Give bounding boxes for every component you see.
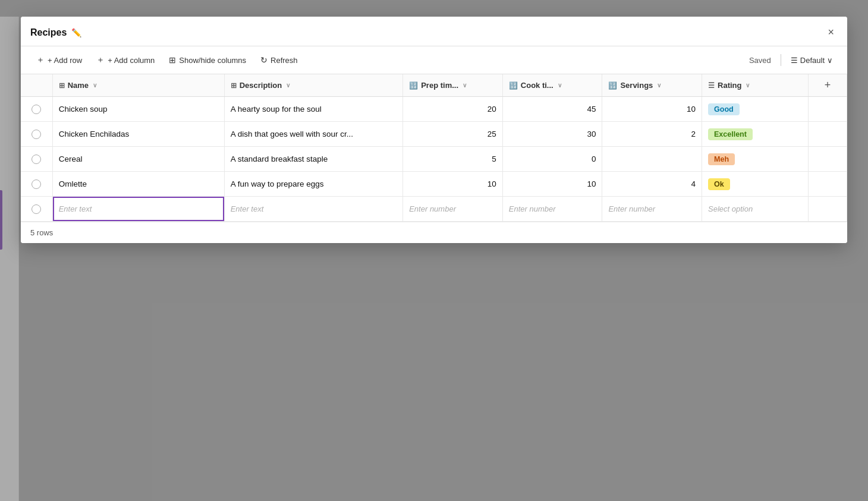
description-column-header[interactable]: ⊞ Description ∨ — [224, 74, 403, 97]
row-extra-cell — [809, 147, 847, 172]
new-row-servings-placeholder: Enter number — [608, 204, 655, 213]
servings-column-header[interactable]: 🔢 Servings ∨ — [602, 74, 702, 97]
name-col-icon: ⊞ — [59, 81, 65, 90]
rating-column-header[interactable]: ☰ Rating ∨ — [702, 74, 809, 97]
new-row-desc-cell[interactable]: Enter text — [224, 197, 403, 222]
add-row-button[interactable]: ＋ + Add row — [30, 51, 88, 69]
new-row-servings-cell[interactable]: Enter number — [602, 197, 702, 222]
row-desc-cell[interactable]: A fun way to prepare eggs — [224, 172, 403, 197]
row-servings-cell[interactable] — [602, 147, 702, 172]
add-row-icon: ＋ — [36, 55, 45, 65]
row-name-cell[interactable]: Chicken soup — [52, 97, 224, 122]
row-prep-cell[interactable]: 10 — [403, 172, 503, 197]
row-prep-cell[interactable]: 5 — [403, 147, 503, 172]
row-desc-cell[interactable]: A hearty soup for the soul — [224, 97, 403, 122]
new-row-desc-placeholder: Enter text — [231, 204, 264, 213]
new-row-checkbox-cell[interactable] — [21, 197, 52, 222]
show-hide-button[interactable]: ⊞ Show/hide columns — [163, 52, 252, 68]
new-row-extra-cell — [809, 197, 847, 222]
table-row: Omlette A fun way to prepare eggs 10 10 … — [21, 172, 847, 197]
name-column-header[interactable]: ⊞ Name ∨ — [52, 74, 224, 97]
rating-badge: Meh — [708, 153, 735, 165]
row-cook-cell[interactable]: 0 — [502, 147, 602, 172]
cook-col-icon: 🔢 — [509, 81, 518, 90]
row-name-cell[interactable]: Chicken Enchiladas — [52, 122, 224, 147]
rating-badge: Ok — [708, 178, 730, 190]
add-row-label: + Add row — [48, 56, 82, 65]
recipes-table: ⊞ Name ∨ ⊞ Description ∨ — [21, 74, 847, 222]
row-desc-cell[interactable]: A dish that goes well with sour cr... — [224, 122, 403, 147]
rating-sort-icon: ∨ — [746, 82, 750, 89]
modal-titlebar: Recipes ✏️ × — [21, 17, 847, 46]
show-hide-label: Show/hide columns — [179, 56, 246, 65]
row-count: 5 rows — [30, 228, 53, 237]
refresh-button[interactable]: ↻ Refresh — [254, 52, 304, 68]
row-prep-cell[interactable]: 25 — [403, 122, 503, 147]
row-cook-cell[interactable]: 10 — [502, 172, 602, 197]
rating-col-label: Rating — [718, 81, 741, 90]
row-checkbox[interactable] — [32, 130, 41, 139]
modal-title: Recipes — [30, 27, 67, 38]
row-servings-cell[interactable]: 2 — [602, 122, 702, 147]
row-prep-cell[interactable]: 20 — [403, 97, 503, 122]
row-checkbox-cell[interactable] — [21, 122, 52, 147]
table-wrapper: ⊞ Name ∨ ⊞ Description ∨ — [21, 74, 847, 222]
servings-sort-icon: ∨ — [657, 82, 661, 89]
new-row-cook-placeholder: Enter number — [509, 204, 556, 213]
row-checkbox[interactable] — [32, 105, 41, 114]
cook-col-label: Cook ti... — [521, 81, 553, 90]
new-row-name-cell[interactable]: Enter text — [52, 197, 224, 222]
add-column-header[interactable]: + — [809, 74, 847, 97]
row-checkbox[interactable] — [32, 155, 41, 164]
desc-col-icon: ⊞ — [231, 81, 237, 90]
row-rating-cell[interactable]: Meh — [702, 147, 809, 172]
row-cook-cell[interactable]: 30 — [502, 122, 602, 147]
view-selector[interactable]: ☰ Default ∨ — [786, 53, 838, 67]
cook-time-column-header[interactable]: 🔢 Cook ti... ∨ — [502, 74, 602, 97]
new-row-prep-placeholder: Enter number — [409, 204, 456, 213]
new-row-prep-cell[interactable]: Enter number — [403, 197, 503, 222]
prep-col-label: Prep tim... — [421, 81, 458, 90]
new-row-rating-cell[interactable]: Select option — [702, 197, 809, 222]
row-name-cell[interactable]: Omlette — [52, 172, 224, 197]
add-column-button[interactable]: ＋ + Add column — [90, 51, 161, 69]
row-name-cell[interactable]: Cereal — [52, 147, 224, 172]
close-button[interactable]: × — [824, 25, 838, 40]
add-column-icon: ＋ — [96, 55, 105, 65]
prep-time-column-header[interactable]: 🔢 Prep tim... ∨ — [403, 74, 503, 97]
rating-badge: Good — [708, 103, 740, 115]
add-column-header-button[interactable]: + — [814, 79, 841, 92]
row-checkbox-cell[interactable] — [21, 147, 52, 172]
new-row-checkbox[interactable] — [32, 204, 41, 214]
row-servings-cell[interactable]: 10 — [602, 97, 702, 122]
row-rating-cell[interactable]: Excellent — [702, 122, 809, 147]
row-cook-cell[interactable]: 45 — [502, 97, 602, 122]
desc-col-label: Description — [240, 81, 282, 90]
table-row: Cereal A standard breakfast staple 5 0 M… — [21, 147, 847, 172]
servings-col-label: Servings — [620, 81, 653, 90]
new-row: Enter text Enter text Enter number Enter… — [21, 197, 847, 222]
row-servings-cell[interactable]: 4 — [602, 172, 702, 197]
edit-icon[interactable]: ✏️ — [71, 28, 81, 37]
row-extra-cell — [809, 172, 847, 197]
row-rating-cell[interactable]: Ok — [702, 172, 809, 197]
new-row-name-placeholder: Enter text — [59, 204, 92, 213]
new-row-rating-placeholder: Select option — [708, 204, 753, 213]
modal-footer: 5 rows — [21, 222, 847, 243]
row-extra-cell — [809, 97, 847, 122]
prep-col-icon: 🔢 — [409, 81, 418, 90]
servings-col-icon: 🔢 — [608, 81, 617, 90]
row-desc-cell[interactable]: A standard breakfast staple — [224, 147, 403, 172]
desc-sort-icon: ∨ — [286, 82, 290, 89]
row-checkbox-cell[interactable] — [21, 172, 52, 197]
recipes-modal: Recipes ✏️ × ＋ + Add row ＋ + Add column … — [21, 17, 847, 243]
new-row-cook-cell[interactable]: Enter number — [502, 197, 602, 222]
row-checkbox[interactable] — [32, 179, 41, 189]
refresh-icon: ↻ — [260, 55, 268, 65]
refresh-label: Refresh — [271, 56, 298, 65]
prep-sort-icon: ∨ — [463, 82, 467, 89]
row-checkbox-cell[interactable] — [21, 97, 52, 122]
view-label: Default — [800, 56, 825, 65]
row-rating-cell[interactable]: Good — [702, 97, 809, 122]
list-icon: ☰ — [791, 56, 798, 65]
